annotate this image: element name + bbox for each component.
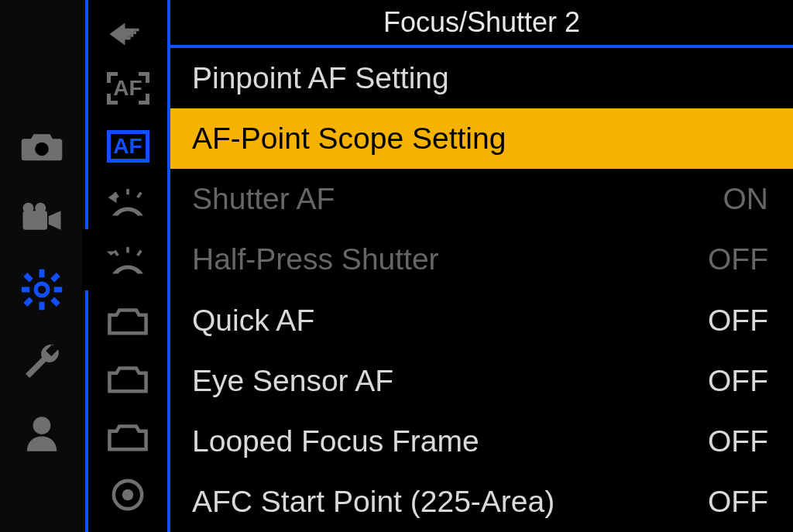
main-item-setup[interactable]: [0, 332, 84, 390]
svg-line-22: [138, 250, 142, 255]
dial-forward-icon: [105, 240, 150, 285]
menu-row-value: OFF: [708, 364, 771, 398]
sub-item-af-full[interactable]: AF: [88, 117, 167, 175]
menu-row-value: OFF: [708, 485, 771, 519]
back-icon: [105, 12, 150, 57]
selection-merge-cut: [82, 229, 88, 290]
gear-icon: [20, 268, 64, 311]
main-item-video[interactable]: [0, 188, 84, 246]
sub-item-target[interactable]: [88, 465, 167, 523]
video-icon: [20, 196, 64, 239]
sub-item-cam2[interactable]: [88, 349, 167, 407]
sub-item-af-corners[interactable]: AF: [88, 59, 167, 117]
svg-rect-1: [23, 211, 48, 230]
main-item-photo[interactable]: [0, 116, 84, 174]
menu-row-looped-focus-frame[interactable]: Looped Focus Frame OFF: [170, 411, 793, 472]
content-pane: Focus/Shutter 2 Pinpoint AF Setting AF-P…: [170, 0, 793, 532]
af-full-icon: AF: [107, 130, 149, 163]
camera-outline-1-icon: [105, 298, 150, 343]
menu-row-label: Looped Focus Frame: [192, 424, 479, 458]
svg-rect-11: [23, 297, 33, 306]
menu-row-value: OFF: [708, 424, 771, 458]
user-icon: [20, 412, 64, 455]
sub-item-cam1[interactable]: [88, 291, 167, 349]
menu-row-value: ON: [723, 182, 772, 216]
svg-point-12: [33, 417, 51, 434]
svg-rect-6: [22, 287, 30, 292]
main-item-mymenu[interactable]: [0, 404, 84, 462]
svg-rect-7: [54, 287, 63, 292]
main-sidebar: [0, 0, 85, 532]
menu-rows: Pinpoint AF Setting AF-Point Scope Setti…: [170, 48, 793, 532]
sub-item-dial-forward[interactable]: [88, 233, 167, 291]
page-title-label: Focus/Shutter 2: [383, 6, 580, 39]
menu-row-af-point-scope[interactable]: AF-Point Scope Setting: [170, 108, 793, 169]
menu-row-label: Shutter AF: [192, 182, 335, 216]
sub-item-dial-back[interactable]: [88, 175, 167, 233]
af-corners-icon: AF: [107, 72, 149, 105]
sub-sidebar: AF AF: [85, 0, 170, 532]
menu-row-pinpoint-af[interactable]: Pinpoint AF Setting: [170, 48, 793, 108]
menu-row-value: OFF: [708, 304, 771, 338]
menu-row-label: AF-Point Scope Setting: [192, 122, 506, 156]
main-item-custom[interactable]: [0, 260, 84, 318]
svg-point-3: [35, 202, 46, 213]
camera-outline-3-icon: [105, 414, 150, 459]
svg-rect-9: [50, 297, 60, 306]
menu-row-label: Quick AF: [192, 304, 314, 338]
svg-point-0: [35, 142, 49, 156]
menu-row-afc-start-point[interactable]: AFC Start Point (225-Area) OFF: [170, 472, 793, 532]
camera-outline-2-icon: [105, 356, 150, 401]
page-title: Focus/Shutter 2: [170, 0, 793, 48]
svg-rect-13: [128, 37, 131, 40]
menu-row-label: Half-Press Shutter: [192, 242, 439, 276]
svg-rect-5: [39, 301, 45, 310]
menu-row-value: OFF: [708, 242, 771, 276]
svg-rect-8: [23, 273, 33, 282]
target-icon: [105, 472, 150, 517]
svg-rect-15: [133, 31, 136, 34]
svg-line-19: [138, 192, 142, 197]
menu-row-label: AFC Start Point (225-Area): [192, 485, 554, 519]
sub-item-cam3[interactable]: [88, 407, 167, 465]
menu-row-eye-sensor-af[interactable]: Eye Sensor AF OFF: [170, 351, 793, 411]
svg-rect-16: [136, 29, 139, 32]
menu-row-shutter-af[interactable]: Shutter AF ON: [170, 169, 793, 229]
svg-rect-10: [50, 273, 60, 282]
sub-item-back[interactable]: [88, 9, 167, 59]
svg-rect-4: [39, 269, 45, 277]
wrench-icon: [20, 340, 64, 383]
camera-menu-screen: AF AF: [0, 0, 793, 532]
svg-point-24: [122, 489, 134, 500]
svg-point-2: [23, 202, 34, 213]
photo-icon: [20, 124, 64, 167]
menu-row-label: Pinpoint AF Setting: [192, 61, 449, 95]
menu-row-quick-af[interactable]: Quick AF OFF: [170, 290, 793, 351]
svg-rect-14: [131, 34, 134, 37]
dial-back-icon: [105, 182, 150, 227]
menu-row-label: Eye Sensor AF: [192, 364, 393, 398]
menu-row-half-press-shutter[interactable]: Half-Press Shutter OFF: [170, 229, 793, 290]
